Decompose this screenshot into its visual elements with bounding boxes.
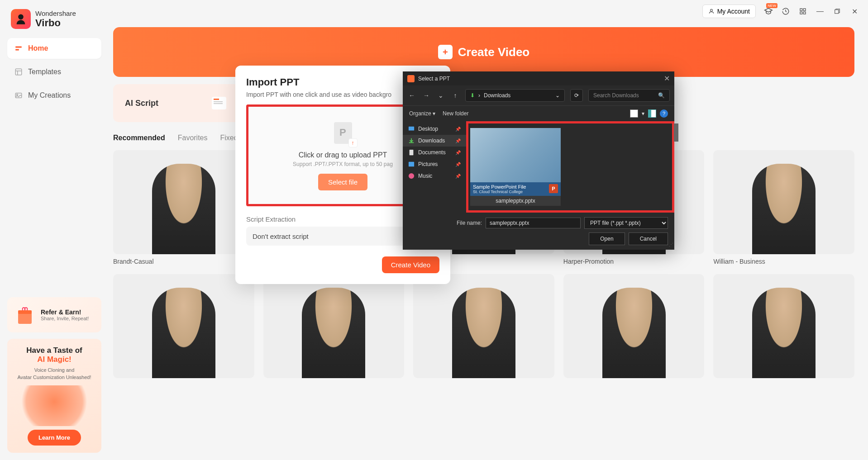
logo-brand: Wondershare [35,9,76,17]
resize-handle-icon[interactable]: ⋰ [669,242,673,247]
sidebar-music[interactable]: Music📌 [403,170,466,182]
svg-rect-4 [803,12,806,14]
file-picker-title: Select a PPT [418,76,450,82]
nav-up-icon[interactable]: ↑ [451,92,460,99]
learn-more-button[interactable]: Learn More [28,430,81,446]
promo2-artwork [14,385,94,426]
minimize-icon[interactable]: — [816,7,825,16]
avatar-card[interactable]: William - Business [713,150,854,265]
file-picker-sidebar: Desktop📌 Downloads📌 Documents📌 Pictures📌… [403,121,466,213]
select-file-button[interactable]: Select file [318,174,367,190]
chevron-down-icon[interactable]: ⌄ [555,92,560,99]
pin-icon: 📌 [455,127,461,132]
logo-name: Virbo [35,17,76,29]
sidebar-downloads[interactable]: Downloads📌 [403,135,466,147]
open-button[interactable]: Open [589,232,625,245]
filename-input[interactable] [486,218,581,228]
avatar-card[interactable] [113,274,254,378]
avatar-card[interactable] [563,274,705,378]
graduation-icon[interactable]: NEW [764,7,773,16]
close-icon[interactable]: ✕ [850,7,859,16]
ai-script-card[interactable]: AI Script [113,84,240,122]
create-video-button[interactable]: Create Video [382,256,439,273]
nav-recent-icon[interactable]: ⌄ [436,92,445,99]
thumb-subtitle: St. Cloud Technical College [473,190,558,194]
svg-rect-20 [409,162,414,167]
promo2-s2: Avatar Customization Unleashed! [17,375,91,380]
promo2-h1: Have a Taste of [14,346,94,355]
file-name-label: samplepptx.pptx [470,196,561,206]
downloads-path-icon: ⬇ [470,92,475,99]
promo-refer-earn[interactable]: Refer & Earn! Share, Invite, Repeat! [7,297,101,332]
refresh-icon[interactable]: ⟳ [570,89,583,102]
apps-icon[interactable] [798,7,807,16]
my-account-button[interactable]: My Account [702,5,756,18]
file-picker-close-icon[interactable]: ✕ [664,74,670,83]
sidebar: Wondershare Virbo Home Templates My Crea… [0,23,109,460]
sidebar-home-label: Home [28,44,48,52]
gift-icon [14,304,36,326]
sidebar-documents[interactable]: Documents📌 [403,147,466,158]
filename-label: File name: [457,220,482,226]
sidebar-desktop[interactable]: Desktop📌 [403,123,466,135]
thumb-title: Sample PowerPoint File [473,184,558,190]
avatar-card[interactable] [263,274,405,378]
avatar-name: William - Business [713,258,854,265]
file-thumbnail: Sample PowerPoint File St. Cloud Technic… [470,128,561,196]
file-item-samplepptx[interactable]: Sample PowerPoint File St. Cloud Technic… [470,128,561,206]
create-video-label: Create Video [458,45,529,59]
maximize-icon[interactable] [833,7,842,16]
sidebar-item-templates[interactable]: Templates [7,62,101,82]
scrollbar[interactable] [674,123,678,142]
tab-recommended[interactable]: Recommended [113,131,165,145]
new-folder-button[interactable]: New folder [443,110,468,117]
promo2-h2: AI Magic! [14,355,94,364]
svg-rect-3 [800,12,802,14]
avatar-card[interactable] [413,274,554,378]
avatar-card[interactable] [713,274,854,378]
ppt-upload-icon: P ↑ [330,120,356,146]
avatar-name: Brandt-Casual [113,258,254,265]
svg-point-9 [17,94,18,95]
script-extraction-value: Don't extract script [253,232,309,240]
file-picker-footer: File name: PPT file (*.ppt *.pptx) Open … [403,213,674,250]
tab-favorites[interactable]: Favorites [178,131,208,145]
avatar-name: Harper-Promotion [563,258,705,265]
svg-rect-2 [803,9,806,11]
preview-pane-icon[interactable] [648,109,656,118]
file-picker-app-icon [407,75,415,82]
create-video-hero[interactable]: + Create Video [113,27,854,77]
filetype-select[interactable]: PPT file (*.ppt *.pptx) [584,217,668,229]
help-icon[interactable]: ? [660,109,668,118]
svg-rect-13 [214,99,219,100]
home-icon [14,44,23,52]
file-picker-titlebar: Select a PPT ✕ [403,71,674,85]
ai-script-label: AI Script [125,99,158,108]
svg-rect-10 [18,313,32,324]
history-icon[interactable] [781,7,790,16]
ai-script-icon [210,94,228,112]
cancel-button[interactable]: Cancel [629,232,668,245]
sidebar-item-creations[interactable]: My Creations [7,85,101,106]
search-placeholder: Search Downloads [593,92,639,99]
organize-menu[interactable]: Organize ▾ [409,110,435,117]
view-dropdown-icon[interactable]: ▾ [642,110,644,117]
avatar-card[interactable]: Brandt-Casual [113,150,254,265]
sidebar-item-home[interactable]: Home [7,38,101,59]
svg-rect-5 [835,10,839,14]
promo1-title: Refer & Earn! [41,308,89,316]
nav-forward-icon[interactable]: → [422,92,431,99]
svg-point-6 [18,14,24,20]
svg-rect-14 [214,101,223,102]
nav-back-icon[interactable]: ← [407,92,416,99]
promo2-s1: Voice Cloning and [34,367,75,373]
powerpoint-badge-icon: P [549,184,558,193]
view-mode-icon[interactable] [630,109,638,118]
search-input[interactable]: Search Downloads 🔍 [588,89,670,102]
svg-point-21 [409,173,414,179]
sidebar-pictures[interactable]: Pictures📌 [403,158,466,170]
search-icon: 🔍 [658,92,665,99]
path-label: Downloads [484,92,510,99]
file-picker-dialog: Select a PPT ✕ ← → ⌄ ↑ ⬇ › Downloads ⌄ ⟳… [403,71,674,248]
path-bar[interactable]: ⬇ › Downloads ⌄ [465,89,565,102]
